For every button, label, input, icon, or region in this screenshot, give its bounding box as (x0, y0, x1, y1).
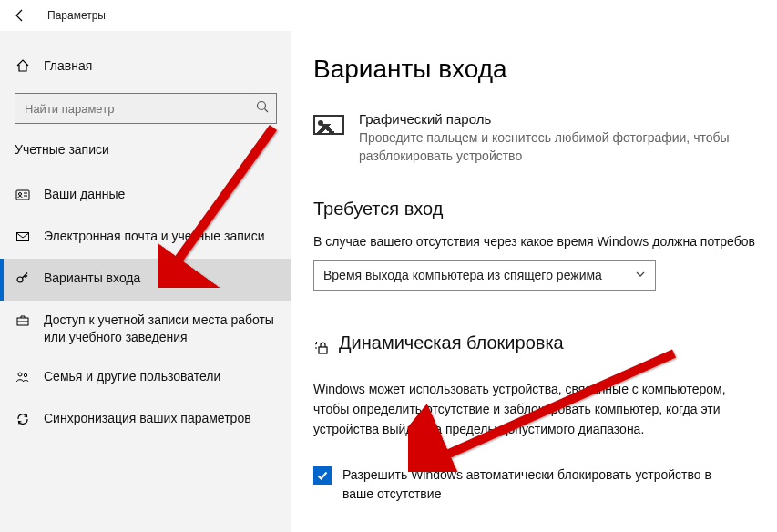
sidebar: Главная Учетные записи Ваши данные (0, 31, 291, 532)
sidebar-item-family[interactable]: Семья и другие пользователи (0, 357, 291, 399)
back-button[interactable] (7, 3, 33, 28)
sidebar-item-label: Семья и другие пользователи (44, 368, 220, 385)
svg-point-9 (18, 373, 22, 376)
search-input[interactable] (15, 93, 277, 124)
key-icon (15, 271, 31, 286)
person-card-icon (15, 188, 31, 202)
svg-rect-6 (17, 233, 29, 241)
main-content: Варианты входа Графический пароль Провед… (291, 31, 777, 532)
app-title: Параметры (47, 9, 106, 22)
svg-rect-11 (319, 347, 327, 353)
sidebar-home[interactable]: Главная (0, 47, 291, 84)
dynamic-lock-heading: Динамическая блокировка (339, 332, 564, 353)
sidebar-item-label: Доступ к учетной записи места работы или… (44, 312, 277, 346)
require-signin-heading: Требуется вход (313, 199, 777, 220)
sidebar-item-label: Синхронизация ваших параметров (44, 410, 251, 427)
sidebar-nav: Ваши данные Электронная почта и учетные … (0, 175, 291, 441)
svg-rect-2 (16, 190, 29, 200)
search-wrap (15, 93, 277, 124)
dynamic-lock-checkbox[interactable] (313, 466, 332, 485)
picture-password-desc: Проведите пальцем и коснитесь любимой фо… (359, 128, 741, 166)
briefcase-icon (15, 313, 31, 328)
svg-point-10 (24, 373, 26, 376)
require-signin-select[interactable]: Время выхода компьютера из спящего режим… (313, 260, 656, 291)
home-label: Главная (44, 58, 92, 73)
sidebar-item-label: Варианты входа (44, 270, 140, 287)
picture-password-icon (313, 115, 344, 135)
sidebar-item-email[interactable]: Электронная почта и учетные записи (0, 217, 291, 259)
picture-password-title: Графический пароль (359, 111, 741, 127)
titlebar: Параметры (0, 0, 777, 31)
picture-password-option[interactable]: Графический пароль Проведите пальцем и к… (313, 111, 777, 166)
dynamic-lock-section: Динамическая блокировка Windows может ис… (313, 332, 777, 506)
home-icon (15, 58, 31, 73)
require-signin-desc: В случае вашего отсутствия через какое в… (313, 234, 777, 249)
dynamic-lock-checkbox-label: Разрешить Windows автоматически блокиров… (342, 466, 734, 505)
dynamic-lock-icon (313, 339, 332, 361)
sync-icon (15, 412, 31, 426)
svg-point-3 (19, 193, 22, 196)
page-title: Варианты входа (313, 55, 777, 84)
select-value: Время выхода компьютера из спящего режим… (323, 268, 602, 282)
mail-icon (15, 230, 31, 244)
sidebar-section-title: Учетные записи (0, 142, 291, 157)
chevron-down-icon (635, 268, 646, 282)
svg-point-7 (17, 277, 23, 282)
people-icon (15, 370, 31, 384)
sidebar-item-signin-options[interactable]: Варианты входа (0, 259, 291, 301)
dynamic-lock-desc: Windows может использовать устройства, с… (313, 379, 732, 440)
sidebar-item-sync[interactable]: Синхронизация ваших параметров (0, 399, 291, 441)
sidebar-item-work-access[interactable]: Доступ к учетной записи места работы или… (0, 301, 291, 357)
sidebar-item-your-info[interactable]: Ваши данные (0, 175, 291, 217)
sidebar-item-label: Ваши данные (44, 186, 125, 203)
require-signin-section: Требуется вход В случае вашего отсутстви… (313, 199, 777, 291)
sidebar-item-label: Электронная почта и учетные записи (44, 228, 264, 245)
